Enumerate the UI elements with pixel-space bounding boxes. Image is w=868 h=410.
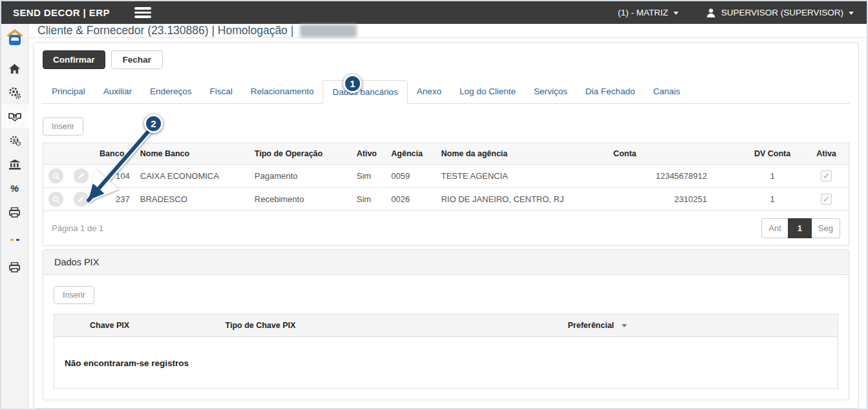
cell-nome-banco: BRADESCO xyxy=(135,188,249,211)
bank-accounts-table: Banco Nome Banco Tipo de Operação Ativo … xyxy=(43,143,849,211)
cell-banco: 104 xyxy=(94,165,135,188)
pagination-prev-button[interactable]: Ant xyxy=(761,218,788,238)
cell-conta: 12345678912 xyxy=(608,165,741,188)
app-brand: SEND DECOR | ERP xyxy=(1,7,110,18)
col-chave-pix: Chave PIX xyxy=(54,314,220,337)
tab-anexo[interactable]: Anexo xyxy=(408,80,450,104)
main-area: Cliente & Fornecedor (23.130886) | Homol… xyxy=(28,24,867,409)
col-preferencial-label: Preferêncial xyxy=(568,321,615,330)
cell-nome-banco: CAIXA ECONOMICA xyxy=(135,165,249,188)
col-nome-banco: Nome Banco xyxy=(135,143,249,165)
record-panel: Confirmar Fechar Principal Auxiliar Ende… xyxy=(33,42,859,409)
topbar-right: (1) - MATRIZ SUPERVISOR (SUPERVISOR) xyxy=(618,8,867,18)
cell-dv: 1 xyxy=(741,188,804,211)
tab-fiscal[interactable]: Fiscal xyxy=(201,80,242,104)
finance-gear-icon[interactable]: $ xyxy=(1,128,28,152)
user-menu[interactable]: SUPERVISOR (SUPERVISOR) xyxy=(706,8,854,18)
annotation-step-2-badge: 2 xyxy=(144,114,163,133)
settings-gears-icon[interactable] xyxy=(1,81,28,105)
redacted-client-name xyxy=(300,25,357,37)
tab-auxiliar[interactable]: Auxiliar xyxy=(94,80,141,104)
pix-insert-button[interactable]: Inserir xyxy=(54,286,94,304)
chevron-down-icon xyxy=(673,12,679,15)
tab-dia-fechado[interactable]: Dia Fechado xyxy=(577,80,644,104)
edit-pencil-icon[interactable] xyxy=(74,192,89,207)
col-tipo-chave-pix: Tipo de Chave PIX xyxy=(220,314,563,337)
cell-tipo: Recebimento xyxy=(249,188,352,211)
cell-ativo: Sim xyxy=(352,165,386,188)
pix-panel: Dados PIX Inserir Chave PIX Tipo de Chav… xyxy=(43,249,849,400)
col-conta: Conta xyxy=(608,143,741,165)
form-toolbar: Confirmar Fechar xyxy=(43,50,850,69)
ativa-checkbox[interactable]: ✓ xyxy=(821,170,832,181)
cell-agencia: 0059 xyxy=(386,165,436,188)
svg-text:$: $ xyxy=(12,138,16,143)
edit-pencil-icon[interactable] xyxy=(74,169,89,183)
page-header: Cliente & Fornecedor (23.130886) | Homol… xyxy=(28,24,867,38)
sort-caret-icon[interactable] xyxy=(622,324,627,327)
confirm-button[interactable]: Confirmar xyxy=(43,50,105,69)
col-ativa: Ativa xyxy=(804,143,849,165)
table-row[interactable]: 237 BRADESCO Recebimento Sim 0026 RIO DE… xyxy=(43,188,849,211)
search-column-header xyxy=(43,143,69,165)
cell-conta: 2310251 xyxy=(608,188,741,211)
cell-banco: 237 xyxy=(94,188,135,211)
col-preferencial: Preferêncial xyxy=(563,314,838,337)
bank-table-header-row: Banco Nome Banco Tipo de Operação Ativo … xyxy=(43,143,849,165)
pagination-next-button[interactable]: Seg xyxy=(812,218,840,238)
app-shell: $ $ % xyxy=(1,24,867,409)
home-icon[interactable] xyxy=(1,57,28,81)
tab-canais[interactable]: Canais xyxy=(644,80,689,104)
pix-panel-body: Inserir Chave PIX Tipo de Chave PIX Pref… xyxy=(43,275,849,400)
edit-column-header xyxy=(69,143,94,165)
col-ativo: Ativo xyxy=(352,143,386,165)
pagination-page-1-button[interactable]: 1 xyxy=(788,218,812,238)
cell-ativo: Sim xyxy=(352,188,386,211)
ativa-checkbox[interactable]: ✓ xyxy=(821,194,832,205)
tab-log-do-cliente[interactable]: Log do Cliente xyxy=(450,80,525,104)
pix-table: Chave PIX Tipo de Chave PIX Preferêncial… xyxy=(54,314,838,389)
pix-panel-title: Dados PIX xyxy=(43,250,849,275)
cell-tipo: Pagamento xyxy=(249,165,352,188)
branch-selector-label: (1) - MATRIZ xyxy=(618,8,668,17)
tab-bar: Principal Auxiliar Endereços Fiscal Rela… xyxy=(42,80,850,104)
page-title: Cliente & Fornecedor (23.130886) | Homol… xyxy=(37,24,293,37)
table-row[interactable]: 104 CAIXA ECONOMICA Pagamento Sim 0059 T… xyxy=(43,165,849,188)
branch-selector[interactable]: (1) - MATRIZ xyxy=(618,8,679,17)
col-tipo-operacao: Tipo de Operação xyxy=(249,143,352,165)
sidebar: $ $ % xyxy=(1,24,28,409)
pagination-info: Página 1 de 1 xyxy=(52,223,103,233)
printer-icon-secondary[interactable] xyxy=(1,255,28,279)
erp-page: { "topbar": { "brand": "SEND DECOR | ERP… xyxy=(0,0,868,410)
tab-principal[interactable]: Principal xyxy=(43,80,94,104)
col-banco: Banco xyxy=(94,143,135,165)
chevron-down-icon xyxy=(849,12,854,15)
topbar: SEND DECOR | ERP (1) - MATRIZ SUPERVISOR… xyxy=(1,1,867,24)
pagination: Ant 1 Seg xyxy=(761,218,840,238)
pix-table-header-row: Chave PIX Tipo de Chave PIX Preferêncial xyxy=(54,314,838,337)
bank-icon[interactable] xyxy=(1,152,28,176)
search-icon[interactable] xyxy=(48,192,63,207)
mini-dots-icon[interactable] xyxy=(1,224,28,255)
tab-enderecos[interactable]: Endereços xyxy=(141,80,201,104)
bank-insert-button[interactable]: Inserir xyxy=(43,118,83,136)
percent-icon[interactable]: % xyxy=(1,176,28,200)
cell-nome-agencia: TESTE AGENCIA xyxy=(436,165,608,188)
user-menu-label: SUPERVISOR (SUPERVISOR) xyxy=(721,8,843,17)
app-logo-icon[interactable] xyxy=(5,28,25,48)
bank-table-footer: Página 1 de 1 Ant 1 Seg xyxy=(43,211,849,246)
annotation-step-1-badge: 1 xyxy=(343,74,362,93)
empty-records-message: Não encontraram-se registros xyxy=(54,337,838,389)
close-button[interactable]: Fechar xyxy=(111,50,163,69)
pix-empty-row: Não encontraram-se registros xyxy=(54,337,838,389)
cell-nome-agencia: RIO DE JANEIRO, CENTRO, RJ xyxy=(436,188,608,211)
bank-accounts-section: Inserir Banco Nome Banco Tipo de Operaçã… xyxy=(42,118,850,400)
tab-relacionamento[interactable]: Relacionamento xyxy=(242,80,323,104)
tab-dados-bancarios[interactable]: Dados bancários xyxy=(323,80,407,104)
hamburger-menu-icon[interactable] xyxy=(134,7,151,18)
printer-icon[interactable] xyxy=(1,200,28,224)
tab-servicos[interactable]: Serviços xyxy=(525,80,577,104)
search-icon[interactable] xyxy=(48,169,63,183)
person-icon xyxy=(706,8,716,18)
handshake-deal-icon[interactable]: $ xyxy=(1,105,28,128)
